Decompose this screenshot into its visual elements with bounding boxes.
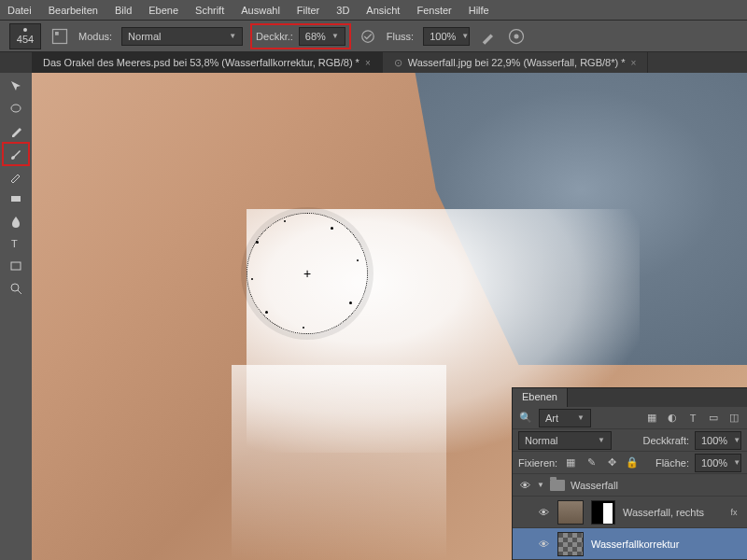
type-filter-icon[interactable]: T [685, 411, 700, 426]
pressure-size-icon[interactable] [507, 27, 526, 46]
layer-blend-select[interactable]: Normal▼ [518, 431, 612, 450]
layer-item-selected[interactable]: 👁 Wasserfallkorrektur [513, 528, 747, 560]
blend-mode-select[interactable]: Normal▼ [121, 27, 243, 46]
eyedropper-tool[interactable] [4, 121, 28, 142]
history-brush-tool[interactable] [4, 166, 28, 187]
airbrush-icon[interactable] [479, 27, 498, 46]
document-tab-active[interactable]: Das Orakel des Meeres.psd bei 53,8% (Was… [32, 52, 383, 73]
type-tool[interactable]: T [4, 233, 28, 254]
brush-panel-icon[interactable] [50, 27, 69, 46]
pixel-filter-icon[interactable]: ▦ [644, 411, 659, 426]
menu-item[interactable]: Ebene [148, 5, 178, 16]
layer-group[interactable]: 👁 ▼ Wasserfall [513, 474, 747, 497]
layer-name: Wasserfall, rechts [623, 507, 704, 518]
menu-item[interactable]: Bild [115, 5, 132, 16]
pressure-opacity-icon[interactable] [359, 27, 377, 46]
spatter-dot [357, 259, 359, 261]
options-bar: 454 Modus: Normal▼ Deckkr.: 68%▼ Fluss: … [0, 21, 747, 52]
mode-label: Modus: [78, 31, 112, 42]
close-icon[interactable]: × [365, 58, 371, 68]
menu-item[interactable]: Filter [297, 5, 319, 16]
filter-type-select[interactable]: Art▼ [539, 409, 591, 427]
layer-thumbnail[interactable] [557, 500, 584, 525]
spatter-dot [251, 278, 253, 280]
lock-transparency-icon[interactable]: ▦ [563, 455, 578, 470]
disclosure-triangle-icon[interactable]: ▼ [537, 481, 544, 489]
layer-mask-thumbnail[interactable] [591, 500, 615, 525]
spatter-dot [303, 327, 304, 329]
search-icon[interactable]: 🔍 [518, 411, 533, 426]
lasso-tool[interactable] [4, 99, 28, 119]
filter-value: Art [545, 413, 558, 424]
fill-input[interactable]: 100%▼ [695, 454, 741, 472]
rectangle-tool[interactable] [4, 256, 28, 276]
spatter-dot [284, 220, 286, 222]
svg-rect-0 [53, 29, 67, 43]
svg-rect-6 [11, 196, 21, 202]
menu-item[interactable]: Bearbeiten [49, 5, 98, 16]
main-menu: Datei Bearbeiten Bild Ebene Schrift Ausw… [0, 0, 747, 21]
zoom-tool[interactable] [4, 278, 28, 299]
brush-preset-picker[interactable]: 454 [9, 23, 41, 49]
lock-all-icon[interactable]: 🔒 [625, 455, 640, 470]
document-tab[interactable]: ⊙Wasserfall.jpg bei 22,9% (Wasserfall, R… [383, 52, 649, 73]
chevron-down-icon: ▼ [461, 32, 469, 40]
layer-thumbnail[interactable] [557, 532, 584, 556]
svg-point-5 [11, 105, 21, 112]
chevron-down-icon: ▼ [229, 32, 236, 40]
spatter-dot [265, 311, 268, 314]
document-tabs: Das Orakel des Meeres.psd bei 53,8% (Was… [0, 52, 747, 73]
folder-icon [550, 480, 565, 491]
svg-text:T: T [11, 238, 18, 249]
brush-dot-icon [23, 28, 27, 32]
chevron-down-icon: ▼ [733, 436, 740, 444]
menu-item[interactable]: Schrift [195, 5, 224, 16]
panel-tabs: Ebenen [513, 388, 747, 407]
opacity-input[interactable]: 68%▼ [299, 27, 345, 46]
visibility-icon[interactable]: 👁 [537, 539, 550, 550]
close-icon[interactable]: × [630, 58, 636, 68]
svg-point-9 [11, 284, 19, 291]
visibility-icon[interactable]: 👁 [537, 507, 550, 518]
brush-size-value: 454 [17, 34, 34, 45]
group-name: Wasserfall [571, 480, 618, 491]
menu-item[interactable]: Auswahl [241, 5, 280, 16]
layer-item[interactable]: 👁 Wasserfall, rechts fx [513, 497, 747, 528]
lock-label: Fixieren: [518, 457, 557, 469]
adjustment-filter-icon[interactable]: ◐ [665, 411, 680, 426]
lock-position-icon[interactable]: ✥ [604, 455, 619, 470]
brush-cursor [247, 213, 368, 334]
gradient-tool[interactable] [4, 189, 28, 209]
chevron-down-icon: ▼ [331, 32, 339, 40]
smart-filter-icon[interactable]: ◫ [726, 411, 741, 426]
foam-area [232, 365, 446, 560]
menu-item[interactable]: Datei [7, 5, 32, 16]
svg-rect-8 [11, 262, 21, 270]
menu-item[interactable]: Ansicht [366, 5, 400, 16]
flow-input[interactable]: 100%▼ [423, 27, 470, 46]
svg-point-2 [362, 30, 374, 42]
blur-tool[interactable] [4, 211, 28, 231]
blend-row: Normal▼ Deckkraft: 100%▼ [513, 429, 747, 452]
layers-tab[interactable]: Ebenen [513, 388, 568, 407]
opacity-label: Deckkr.: [256, 31, 293, 42]
chevron-down-icon: ▼ [733, 458, 740, 467]
tab-title: Das Orakel des Meeres.psd bei 53,8% (Was… [43, 57, 359, 68]
move-tool[interactable] [4, 77, 28, 97]
visibility-icon[interactable]: 👁 [518, 480, 531, 491]
layers-panel: Ebenen 🔍 Art▼ ▦ ◐ T ▭ ◫ Normal▼ Deckkraf… [512, 387, 747, 560]
chevron-down-icon: ▼ [598, 436, 605, 444]
brush-tool[interactable] [4, 144, 28, 164]
blend-value: Normal [525, 435, 557, 446]
layer-opacity-input[interactable]: 100%▼ [695, 431, 741, 450]
menu-item[interactable]: Hilfe [469, 5, 489, 16]
spatter-dot [349, 301, 352, 304]
spatter-dot [331, 227, 333, 230]
layer-effects-icon[interactable]: fx [726, 505, 741, 520]
shape-filter-icon[interactable]: ▭ [706, 411, 721, 426]
menu-item[interactable]: Fenster [416, 5, 451, 16]
svg-line-10 [18, 290, 21, 294]
lock-pixels-icon[interactable]: ✎ [584, 455, 599, 470]
fill-label: Fläche: [655, 457, 689, 469]
menu-item[interactable]: 3D [336, 5, 349, 16]
